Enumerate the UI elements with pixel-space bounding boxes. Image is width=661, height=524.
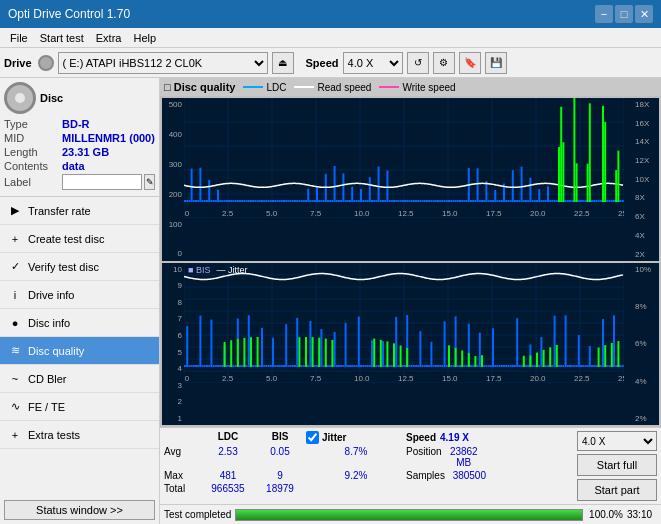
start-part-button[interactable]: Start part: [577, 479, 657, 501]
avg-jitter: 8.7%: [306, 446, 406, 468]
disc-label-label: Label: [4, 176, 62, 188]
sidebar: Disc Type BD-R MID MILLENMR1 (000) Lengt…: [0, 78, 160, 524]
maximize-button[interactable]: □: [615, 5, 633, 23]
jitter-checkbox[interactable]: [306, 431, 319, 444]
menu-file[interactable]: File: [4, 29, 34, 47]
disc-type-value: BD-R: [62, 118, 90, 130]
minimize-button[interactable]: −: [595, 5, 613, 23]
disc-type-label: Type: [4, 118, 62, 130]
charts-wrapper: 500 400 300 200 100 0 18X 16X 14X 12X: [160, 96, 661, 427]
sidebar-item-fe-te[interactable]: ∿ FE / TE: [0, 393, 159, 421]
speed-header: Speed: [406, 432, 436, 443]
eject-button[interactable]: ⏏: [272, 52, 294, 74]
samples-label: Samples: [406, 470, 445, 481]
upper-y-axis: 500 400 300 200 100 0: [162, 98, 184, 261]
write-speed-legend-label: Write speed: [402, 82, 455, 93]
save-button[interactable]: 💾: [485, 52, 507, 74]
disc-mid-label: MID: [4, 132, 62, 144]
disc-section-title: Disc: [40, 92, 63, 104]
status-window-button[interactable]: Status window >>: [4, 500, 155, 520]
settings-button[interactable]: ⚙: [433, 52, 455, 74]
refresh-button[interactable]: ↺: [407, 52, 429, 74]
disc-image: [4, 82, 36, 114]
sidebar-item-verify-test-disc[interactable]: ✓ Verify test disc: [0, 253, 159, 281]
sidebar-item-cd-bler[interactable]: ~ CD Bler: [0, 365, 159, 393]
speed-header-row: Speed 4.19 X: [406, 431, 486, 444]
titlebar: Opti Drive Control 1.70 − □ ✕: [0, 0, 661, 28]
toolbar: Drive ( E:) ATAPI iHBS112 2 CL0K ⏏ Speed…: [0, 48, 661, 78]
disc-icon: [38, 55, 54, 71]
lower-legend: ■ BIS — Jitter: [188, 265, 247, 275]
disc-header: Disc: [4, 82, 155, 114]
stats-area: LDC BIS Jitter Speed 4.19 X Avg: [160, 427, 661, 504]
max-ldc: 481: [202, 470, 254, 481]
transfer-rate-icon: ▶: [8, 204, 22, 218]
nav-label: FE / TE: [28, 401, 65, 413]
menu-help[interactable]: Help: [127, 29, 162, 47]
menu-start-test[interactable]: Start test: [34, 29, 90, 47]
right-panel: □ Disc quality LDC Read speed Write spee…: [160, 78, 661, 524]
bookmark-button[interactable]: 🔖: [459, 52, 481, 74]
nav-label: Verify test disc: [28, 261, 99, 273]
drive-info-icon: i: [8, 288, 22, 302]
disc-length-value: 23.31 GB: [62, 146, 109, 158]
ldc-legend: LDC: [243, 82, 286, 93]
stats-table: LDC BIS Jitter Speed 4.19 X Avg: [164, 431, 559, 494]
upper-right-axis: 18X 16X 14X 12X 10X 8X 6X 4X 2X: [633, 98, 659, 261]
speed-selector[interactable]: 4.0 X: [577, 431, 657, 451]
disc-mid-row: MID MILLENMR1 (000): [4, 132, 155, 144]
nav-label: Drive info: [28, 289, 74, 301]
extra-tests-icon: +: [8, 428, 22, 442]
write-speed-legend: Write speed: [379, 82, 455, 93]
menu-extra[interactable]: Extra: [90, 29, 128, 47]
status-text: Test completed: [164, 509, 231, 520]
position-value: 23862 MB: [442, 446, 486, 468]
ldc-legend-label: LDC: [266, 82, 286, 93]
jitter-check-row: Jitter: [306, 431, 406, 444]
progress-section: Test completed 100.0% 33:10: [160, 504, 661, 524]
lower-y-axis: 10 9 8 7 6 5 4 3 2 1: [162, 263, 184, 426]
max-label: Max: [164, 470, 202, 481]
drive-select[interactable]: ( E:) ATAPI iHBS112 2 CL0K: [58, 52, 268, 74]
jitter-header: Jitter: [322, 432, 346, 443]
samples-value: 380500: [453, 470, 486, 481]
nav-label: CD Bler: [28, 373, 67, 385]
create-test-disc-icon: +: [8, 232, 22, 246]
disc-label-row: Label ✎: [4, 174, 155, 190]
sidebar-item-transfer-rate[interactable]: ▶ Transfer rate: [0, 197, 159, 225]
disc-label-input[interactable]: [62, 174, 142, 190]
stats-max-row: Max 481 9 9.2% Samples 380500: [164, 470, 559, 481]
chart-title: □ Disc quality: [164, 81, 235, 93]
sidebar-item-drive-info[interactable]: i Drive info: [0, 281, 159, 309]
progress-percent: 100.0%: [587, 509, 623, 520]
disc-label-button[interactable]: ✎: [144, 174, 155, 190]
verify-test-disc-icon: ✓: [8, 260, 22, 274]
disc-length-row: Length 23.31 GB: [4, 146, 155, 158]
max-bis: 9: [254, 470, 306, 481]
chart-header: □ Disc quality LDC Read speed Write spee…: [160, 78, 661, 96]
samples-row: Samples 380500: [406, 470, 486, 481]
menubar: File Start test Extra Help: [0, 28, 661, 48]
nav-label: Disc info: [28, 317, 70, 329]
start-full-button[interactable]: Start full: [577, 454, 657, 476]
window-controls: − □ ✕: [595, 5, 653, 23]
disc-type-row: Type BD-R: [4, 118, 155, 130]
disc-contents-row: Contents data: [4, 160, 155, 172]
disc-contents-value: data: [62, 160, 85, 172]
lower-chart-canvas-area: ■ BIS — Jitter: [184, 263, 633, 426]
sidebar-item-disc-info[interactable]: ● Disc info: [0, 309, 159, 337]
nav-label: Create test disc: [28, 233, 104, 245]
close-button[interactable]: ✕: [635, 5, 653, 23]
sidebar-item-create-test-disc[interactable]: + Create test disc: [0, 225, 159, 253]
avg-ldc: 2.53: [202, 446, 254, 468]
total-label: Total: [164, 483, 202, 494]
avg-label: Avg: [164, 446, 202, 468]
position-label: Position: [406, 446, 442, 468]
position-row: Position 23862 MB: [406, 446, 486, 468]
sidebar-item-extra-tests[interactable]: + Extra tests: [0, 421, 159, 449]
sidebar-item-disc-quality[interactable]: ≋ Disc quality: [0, 337, 159, 365]
stats-headers: LDC BIS Jitter Speed 4.19 X: [164, 431, 559, 444]
speed-select[interactable]: 4.0 X 2.0 X 8.0 X: [343, 52, 403, 74]
stats-row-container: LDC BIS Jitter Speed 4.19 X Avg: [164, 431, 657, 501]
fe-te-icon: ∿: [8, 400, 22, 414]
